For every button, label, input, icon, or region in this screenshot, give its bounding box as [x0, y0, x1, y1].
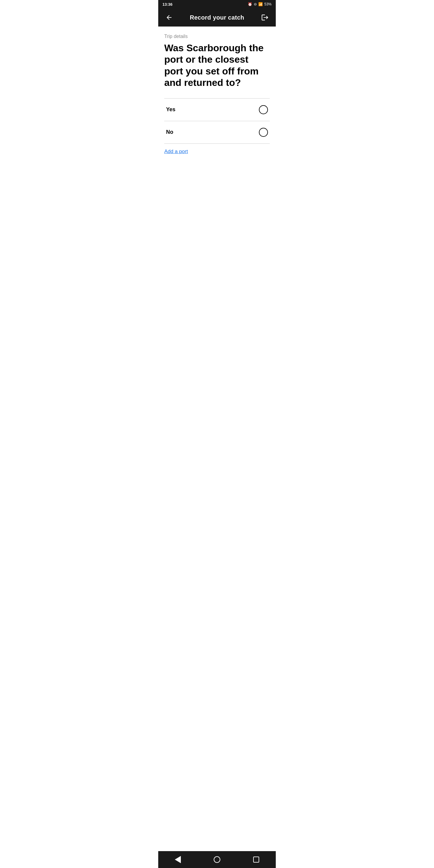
question-text: Was Scarborough the port or the closest …	[164, 42, 270, 89]
section-label: Trip details	[164, 34, 270, 39]
signal-icon: 📶	[258, 2, 263, 6]
back-triangle-icon	[175, 856, 181, 863]
nav-home-button[interactable]	[210, 852, 224, 867]
add-port-link[interactable]: Add a port	[164, 149, 188, 155]
battery-icon: 53%	[264, 2, 272, 6]
main-content: Trip details Was Scarborough the port or…	[158, 27, 276, 851]
radio-option-yes[interactable]: Yes	[164, 98, 270, 121]
status-icons: ⏰ ⊖ 📶 53%	[248, 2, 272, 6]
status-time: 13:36	[162, 2, 173, 7]
minus-circle-icon: ⊖	[254, 2, 257, 6]
bottom-nav	[158, 851, 276, 868]
page-title: Record your catch	[190, 14, 244, 21]
radio-circle-yes[interactable]	[259, 105, 268, 114]
exit-button[interactable]	[259, 12, 270, 23]
back-button[interactable]	[164, 12, 175, 23]
recent-apps-icon	[253, 857, 259, 863]
radio-label-yes: Yes	[166, 106, 176, 113]
home-circle-icon	[214, 856, 220, 863]
radio-circle-no[interactable]	[259, 128, 268, 137]
status-bar: 13:36 ⏰ ⊖ 📶 53%	[158, 0, 276, 8]
radio-option-no[interactable]: No	[164, 121, 270, 144]
alarm-icon: ⏰	[248, 2, 252, 6]
nav-recent-button[interactable]	[249, 852, 264, 867]
radio-label-no: No	[166, 129, 173, 135]
app-bar: Record your catch	[158, 8, 276, 27]
bottom-divider	[164, 144, 270, 144]
nav-back-button[interactable]	[170, 852, 185, 867]
